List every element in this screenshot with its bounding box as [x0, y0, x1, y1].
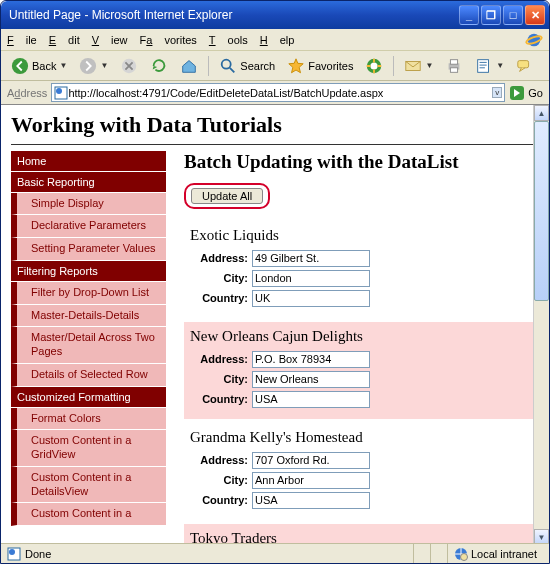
media-button[interactable]	[361, 55, 387, 77]
address-box[interactable]: v	[51, 83, 505, 102]
city-input[interactable]	[252, 472, 370, 489]
refresh-button[interactable]	[146, 55, 172, 77]
status-bar: Done Local intranet	[1, 543, 549, 563]
zone-icon	[454, 547, 468, 561]
ie-logo-icon	[525, 31, 543, 49]
restore-button[interactable]: ❐	[481, 5, 501, 25]
refresh-icon	[150, 57, 168, 75]
country-input[interactable]	[252, 290, 370, 307]
menu-tools[interactable]: Tools	[209, 34, 248, 46]
forward-button[interactable]: ▼	[75, 55, 112, 77]
window-title: Untitled Page - Microsoft Internet Explo…	[9, 8, 457, 22]
sidebar-item[interactable]: Master-Details-Details	[11, 305, 166, 328]
forward-icon	[79, 57, 97, 75]
address-label: Address	[7, 87, 47, 99]
page-icon	[54, 86, 68, 100]
window-titlebar: Untitled Page - Microsoft Internet Explo…	[1, 1, 549, 29]
address-input[interactable]	[252, 452, 370, 469]
media-icon	[365, 57, 383, 75]
sidebar-item[interactable]: Format Colors	[11, 408, 166, 431]
svg-point-15	[56, 88, 62, 94]
favorites-label: Favorites	[308, 60, 353, 72]
stop-button[interactable]	[116, 55, 142, 77]
toolbar-separator	[393, 56, 394, 76]
sidebar-item[interactable]: Custom Content in a GridView	[11, 430, 166, 467]
update-all-button[interactable]: Update All	[191, 188, 263, 204]
search-button[interactable]: Search	[215, 55, 279, 77]
city-label: City:	[190, 474, 252, 486]
scroll-thumb[interactable]	[534, 121, 549, 301]
print-icon	[445, 57, 463, 75]
svg-point-7	[371, 62, 378, 69]
sidebar-item[interactable]: Master/Detail Across Two Pages	[11, 327, 166, 364]
go-icon	[509, 85, 525, 101]
datalist-item: Grandma Kelly's HomesteadAddress:City:Co…	[184, 423, 533, 520]
address-input[interactable]	[252, 351, 370, 368]
status-text: Done	[25, 548, 51, 560]
address-label: Address:	[190, 252, 252, 264]
sidebar-item[interactable]: Details of Selected Row	[11, 364, 166, 387]
country-label: Country:	[190, 292, 252, 304]
mail-button[interactable]: ▼	[400, 55, 437, 77]
country-input[interactable]	[252, 391, 370, 408]
menu-view[interactable]: View	[92, 34, 128, 46]
page-heading: Batch Updating with the DataList	[184, 151, 533, 173]
main-content: Batch Updating with the DataList Update …	[166, 151, 539, 545]
sidebar-item[interactable]: Declarative Parameters	[11, 215, 166, 238]
address-input[interactable]	[252, 250, 370, 267]
back-dropdown-icon[interactable]: ▼	[59, 61, 67, 70]
go-button[interactable]: Go	[509, 85, 543, 101]
home-icon	[180, 57, 198, 75]
minimize-button[interactable]: _	[459, 5, 479, 25]
stop-icon	[120, 57, 138, 75]
address-dropdown-icon[interactable]: v	[492, 87, 502, 98]
city-input[interactable]	[252, 270, 370, 287]
close-button[interactable]: ✕	[525, 5, 545, 25]
menu-favorites[interactable]: Favorites	[140, 34, 197, 46]
update-all-highlight: Update All	[184, 183, 270, 209]
mail-dropdown-icon[interactable]: ▼	[425, 61, 433, 70]
svg-point-18	[9, 549, 15, 555]
sidebar-header[interactable]: Basic Reporting	[11, 172, 166, 193]
city-label: City:	[190, 373, 252, 385]
search-label: Search	[240, 60, 275, 72]
toolbar-separator	[208, 56, 209, 76]
country-input[interactable]	[252, 492, 370, 509]
page-content: Home > Editing and Deleting with the Dat…	[1, 105, 549, 545]
svg-point-3	[80, 57, 96, 73]
favorites-button[interactable]: Favorites	[283, 55, 357, 77]
menu-edit[interactable]: Edit	[49, 34, 80, 46]
menu-file[interactable]: File	[7, 34, 37, 46]
edit-button[interactable]: ▼	[471, 55, 508, 77]
svg-point-2	[12, 57, 28, 73]
menu-bar: File Edit View Favorites Tools Help	[1, 29, 549, 51]
mail-icon	[404, 57, 422, 75]
menu-help[interactable]: Help	[260, 34, 295, 46]
sidebar-item[interactable]: Simple Display	[11, 193, 166, 216]
vertical-scrollbar[interactable]: ▲ ▼	[533, 105, 549, 545]
sidebar-item[interactable]: Setting Parameter Values	[11, 238, 166, 261]
sidebar-item[interactable]: Filter by Drop-Down List	[11, 282, 166, 305]
svg-point-20	[460, 553, 467, 560]
city-input[interactable]	[252, 371, 370, 388]
datalist-item: New Orleans Cajun DelightsAddress:City:C…	[184, 322, 533, 419]
sidebar-header[interactable]: Home	[11, 151, 166, 172]
back-button[interactable]: Back ▼	[7, 55, 71, 77]
discuss-button[interactable]	[512, 55, 538, 77]
sidebar-header[interactable]: Filtering Reports	[11, 261, 166, 282]
sidebar-item[interactable]: Custom Content in a	[11, 503, 166, 526]
sidebar-header[interactable]: Customized Formatting	[11, 387, 166, 408]
maximize-button[interactable]: □	[503, 5, 523, 25]
address-label: Address:	[190, 454, 252, 466]
home-button[interactable]	[176, 55, 202, 77]
scroll-up-icon[interactable]: ▲	[534, 105, 549, 121]
go-label: Go	[528, 87, 543, 99]
edit-dropdown-icon[interactable]: ▼	[496, 61, 504, 70]
status-cell	[430, 544, 443, 563]
url-input[interactable]	[68, 87, 492, 99]
print-button[interactable]	[441, 55, 467, 77]
sidebar-item[interactable]: Custom Content in a DetailsView	[11, 467, 166, 504]
status-zone: Local intranet	[447, 544, 543, 563]
forward-dropdown-icon[interactable]: ▼	[100, 61, 108, 70]
svg-rect-13	[518, 60, 529, 67]
